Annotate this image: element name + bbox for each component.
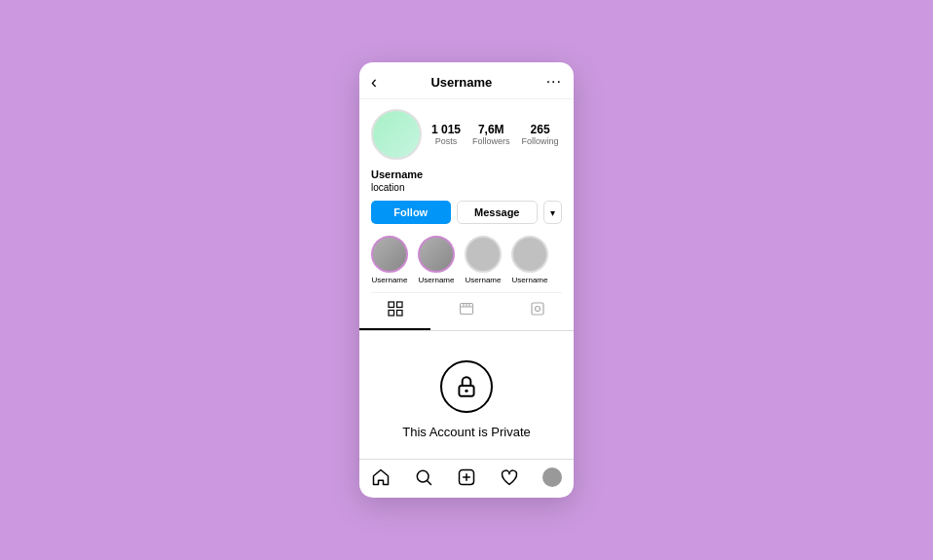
follow-button[interactable]: Follow	[371, 201, 451, 224]
lock-circle	[440, 360, 493, 413]
svg-point-10	[536, 307, 541, 312]
highlight-circle-1	[371, 236, 408, 273]
highlight-circle-2	[418, 236, 455, 273]
highlight-label-2: Username	[419, 276, 455, 284]
home-icon	[371, 467, 391, 492]
followers-value: 7,6M	[478, 123, 504, 136]
nav-search[interactable]	[402, 467, 445, 492]
private-text: This Account is Private	[402, 425, 531, 439]
profile-top: 1 015 Posts 7,6M Followers 265 Following	[371, 109, 562, 160]
following-label: Following	[522, 136, 559, 146]
posts-label: Posts	[435, 136, 458, 146]
svg-rect-0	[389, 302, 394, 308]
highlight-circle-3	[465, 236, 502, 273]
highlight-circle-4	[511, 236, 548, 273]
highlight-1[interactable]: Username	[371, 236, 408, 284]
action-buttons: Follow Message ▾	[371, 201, 562, 224]
highlight-2[interactable]: Username	[418, 236, 455, 284]
svg-rect-1	[396, 302, 402, 308]
reels-icon	[459, 301, 474, 320]
heart-icon	[500, 467, 519, 492]
stat-following: 265 Following	[522, 123, 559, 146]
header: ‹ Username ···	[359, 62, 574, 99]
more-button[interactable]: ···	[546, 73, 562, 91]
tab-grid[interactable]	[359, 293, 430, 330]
following-value: 265	[531, 123, 550, 136]
nav-profile[interactable]	[531, 467, 574, 492]
svg-rect-2	[389, 311, 394, 317]
svg-rect-3	[396, 311, 402, 317]
svg-rect-9	[532, 303, 543, 315]
svg-line-14	[428, 481, 431, 485]
profile-section: 1 015 Posts 7,6M Followers 265 Following…	[359, 99, 574, 293]
svg-point-12	[465, 390, 467, 392]
tab-tagged[interactable]	[503, 293, 574, 330]
add-icon	[457, 467, 476, 492]
stat-followers: 7,6M Followers	[472, 123, 510, 146]
phone-frame: ‹ Username ··· 1 015 Posts 7,6M Follower…	[359, 62, 574, 498]
stats-row: 1 015 Posts 7,6M Followers 265 Following	[431, 123, 562, 146]
tab-bar	[359, 293, 574, 331]
highlight-4[interactable]: Username	[511, 236, 548, 284]
grid-icon	[388, 301, 403, 320]
followers-label: Followers	[472, 136, 510, 146]
header-title: Username	[430, 75, 492, 90]
highlight-3[interactable]: Username	[465, 236, 502, 284]
private-content: This Account is Private	[359, 331, 574, 459]
tab-reels[interactable]	[430, 293, 502, 330]
bottom-nav	[359, 459, 574, 498]
profile-nav-icon	[542, 467, 562, 492]
tagged-icon	[530, 301, 545, 320]
posts-value: 1 015	[431, 123, 461, 136]
search-icon	[414, 467, 433, 492]
highlight-label-1: Username	[372, 276, 408, 284]
highlight-label-3: Username	[466, 276, 502, 284]
lock-icon	[454, 374, 479, 399]
highlights-row: Username Username Username Username	[371, 230, 562, 293]
highlight-label-4: Username	[512, 276, 548, 284]
back-button[interactable]: ‹	[371, 72, 377, 93]
nav-home[interactable]	[359, 467, 402, 492]
profile-location: location	[371, 182, 562, 193]
profile-name: Username	[371, 168, 562, 182]
message-button[interactable]: Message	[457, 201, 539, 224]
nav-heart[interactable]	[488, 467, 531, 492]
avatar	[371, 109, 422, 160]
nav-add[interactable]	[445, 467, 488, 492]
dropdown-button[interactable]: ▾	[543, 201, 562, 224]
stat-posts: 1 015 Posts	[431, 123, 461, 146]
